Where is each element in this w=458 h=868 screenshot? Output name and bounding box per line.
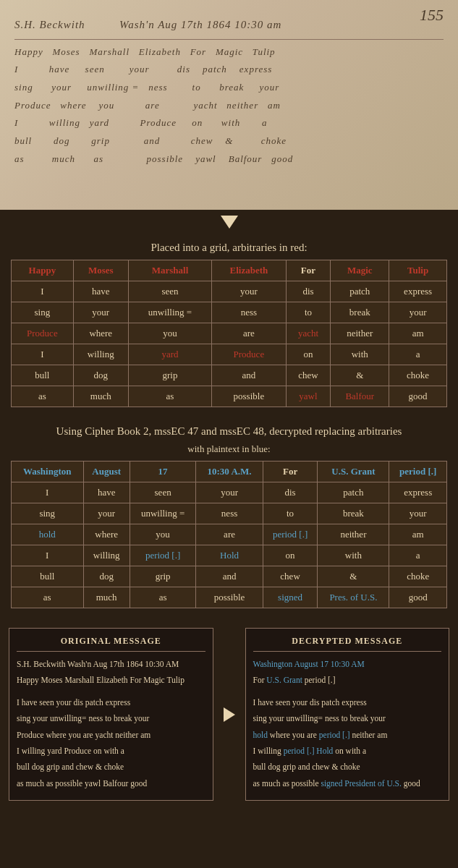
grid2-cell: break (318, 503, 389, 524)
grid2-cell: choke (389, 566, 447, 587)
grid2-row: as much as possible signed Pres. of U.S.… (12, 587, 447, 608)
orig-header1: S.H. Beckwith Wash'n Aug 17th 1864 10:30… (17, 658, 205, 671)
decrypted-message-content: Washington August 17 10:30 AM For U.S. G… (253, 658, 442, 790)
grid2-cell: am (389, 524, 447, 545)
grid1-row: I willing yard Produce on with a (12, 344, 447, 365)
grid2-cell: I (12, 545, 84, 566)
dec-body-line: hold where you are period [.] neither am (253, 728, 442, 741)
manuscript-line: Produce where you are yacht neither am (14, 97, 444, 115)
grid1-header-cell: Moses (73, 260, 128, 281)
grid1-cell: grip (128, 365, 211, 386)
grid2-cell: grip (130, 566, 196, 587)
grid1-cell: patch (331, 281, 389, 302)
grid1-cell: chew (286, 365, 331, 386)
grid1-cell: choke (389, 365, 447, 386)
grid2-cell: & (318, 566, 389, 587)
grid1-cell: express (389, 281, 447, 302)
orig-body-line: I have seen your dis patch express (17, 696, 205, 709)
dec-body-line: I have seen your dis patch express (253, 696, 442, 709)
grid1-cell: sing (12, 302, 74, 323)
grid1-cell: Balfour (331, 386, 389, 407)
grid1-table: Happy Moses Marshall Elizabeth For Magic… (11, 260, 447, 407)
grid2-cell: chew (263, 566, 318, 587)
grid2-cell: Hold (196, 545, 263, 566)
grid1-cell: good (389, 386, 447, 407)
orig-body-line: Produce where you are yacht neither am (17, 728, 205, 741)
grid1-cell: you (128, 323, 211, 344)
grid1-header-cell: Magic (331, 260, 389, 281)
grid2-cell: signed (263, 587, 318, 608)
grid2-cell: possible (196, 587, 263, 608)
grid1-cell: break (331, 302, 389, 323)
grid1-cell: a (389, 344, 447, 365)
grid1-cell: yawl (286, 386, 331, 407)
dec-grant-blue: U.S. Grant (266, 676, 302, 684)
grid1-cell: unwilling = (128, 302, 211, 323)
grid2-header-cell: 17 (130, 461, 196, 482)
dec-header1-blue: Washington August 17 10:30 AM (253, 660, 365, 668)
grid2-row: bull dog grip and chew & choke (12, 566, 447, 587)
manuscript-header: S.H. Beckwith Wash'n Aug 17th 1864 10:30… (14, 14, 444, 35)
grid2-cell: patch (318, 482, 389, 503)
grid1-cell: Produce (12, 323, 74, 344)
dec-header2: For U.S. Grant period [.] (253, 673, 442, 686)
grid1-cell: to (286, 302, 331, 323)
grid2-cell: willing (83, 545, 130, 566)
manuscript-line: as much as possible yawl Balfour good (14, 150, 444, 169)
grid1-cell: yacht (286, 323, 331, 344)
orig-header2: Happy Moses Marshall Elizabeth For Magic… (17, 673, 205, 686)
grid2-row: I willing period [.] Hold on with a (12, 545, 447, 566)
grid2-cell: much (83, 587, 130, 608)
grid1-cell: neither (331, 323, 389, 344)
down-arrow-icon (221, 216, 238, 229)
dec-period1-blue: period [.] (319, 731, 350, 739)
manuscript-line: bull dog grip and chew & choke (14, 132, 444, 150)
grid2-cell: your (389, 503, 447, 524)
right-arrow-icon (224, 707, 235, 722)
grid1-container: Happy Moses Marshall Elizabeth For Magic… (0, 260, 458, 418)
grid2-cell: are (196, 524, 263, 545)
grid1-cell: dog (73, 365, 128, 386)
grid1-cell: with (331, 344, 389, 365)
dec-hold2-blue: Hold (316, 746, 333, 755)
grid2-cell: bull (12, 566, 84, 587)
grid2-cell: unwilling = (130, 503, 196, 524)
grid1-header-cell: Happy (12, 260, 74, 281)
manuscript-section: 155 S.H. Beckwith Wash'n Aug 17th 1864 1… (0, 0, 458, 210)
grid2-cell: good (389, 587, 447, 608)
grid2-cell: your (196, 482, 263, 503)
section2-title: Using Cipher Book 2, mssEC 47 and mssEC … (0, 418, 458, 443)
grid2-cell: Pres. of U.S. (318, 587, 389, 608)
manuscript-line: sing your unwilling = ness to break your (14, 79, 444, 97)
grid2-header-cell: August (83, 461, 130, 482)
grid2-cell: on (263, 545, 318, 566)
decrypted-message-title: DECRYPTED MESSAGE (253, 636, 442, 652)
grid1-cell: bull (12, 365, 74, 386)
grid2-cell: express (389, 482, 447, 503)
section1-title: Placed into a grid, arbitraries in red: (0, 234, 458, 260)
dec-period2-blue: period [.] (284, 746, 315, 755)
grid2-cell: and (196, 566, 263, 587)
grid1-cell: dis (286, 281, 331, 302)
grid2-header-row: Washington August 17 10:30 A.M. For U.S.… (12, 461, 447, 482)
grid1-cell: yard (128, 344, 211, 365)
grid2-cell: period [.] (263, 524, 318, 545)
grid2-cell: you (130, 524, 196, 545)
dec-hold-blue: hold (253, 731, 268, 739)
original-message-box: ORIGINAL MESSAGE S.H. Beckwith Wash'n Au… (9, 628, 213, 801)
grid1-row: Produce where you are yacht neither am (12, 323, 447, 344)
orig-body-line: sing your unwilling= ness to break your (17, 712, 205, 725)
grid2-row: hold where you are period [.] neither am (12, 524, 447, 545)
orig-body-line: bull dog grip and chew & choke (17, 760, 205, 773)
grid1-cell: your (73, 302, 128, 323)
grid2-container: Washington August 17 10:30 A.M. For U.S.… (0, 461, 458, 619)
grid2-cell: where (83, 524, 130, 545)
between-arrow-section (222, 628, 237, 801)
grid2-cell: your (83, 503, 130, 524)
manuscript-line: I have seen your dis patch express (14, 61, 444, 79)
grid2-cell: I (12, 482, 84, 503)
grid1-cell: much (73, 386, 128, 407)
dec-president-blue: President of U.S. (344, 779, 402, 788)
grid1-header-cell: For (286, 260, 331, 281)
original-message-content: S.H. Beckwith Wash'n Aug 17th 1864 10:30… (17, 658, 205, 790)
